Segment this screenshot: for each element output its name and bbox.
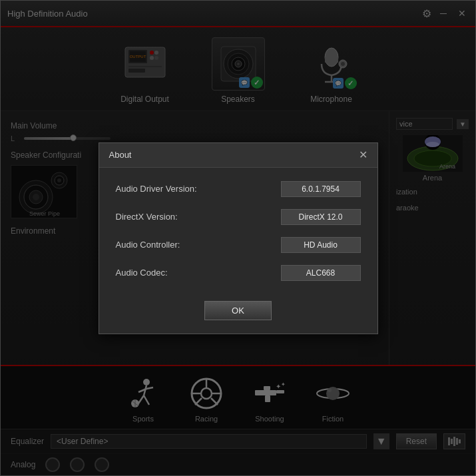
audio-controller-value: HD Audio	[281, 237, 361, 253]
dialog-row-driver: Audio Driver Version: 6.0.1.7954	[116, 181, 361, 197]
audio-controller-label: Audio Controller:	[116, 240, 180, 250]
directx-version-label: DirectX Version:	[116, 212, 178, 222]
ok-button[interactable]: OK	[204, 301, 272, 320]
dialog-header: About ✕	[99, 143, 377, 168]
dialog-title: About	[109, 150, 132, 160]
about-dialog: About ✕ Audio Driver Version: 6.0.1.7954…	[99, 142, 378, 334]
audio-codec-label: Audio Codec:	[116, 268, 168, 278]
dialog-row-controller: Audio Controller: HD Audio	[116, 237, 361, 253]
driver-version-label: Audio Driver Version:	[116, 184, 197, 194]
dialog-row-codec: Audio Codec: ALC668	[116, 265, 361, 281]
audio-codec-value: ALC668	[281, 265, 361, 281]
main-window: High Definition Audio ⚙ ─ ✕ OUTPUT	[0, 0, 476, 476]
dialog-row-directx: DirectX Version: DirectX 12.0	[116, 209, 361, 225]
dialog-close-button[interactable]: ✕	[359, 150, 367, 160]
dialog-body: Audio Driver Version: 6.0.1.7954 DirectX…	[99, 168, 377, 294]
dialog-footer: OK	[99, 294, 377, 334]
directx-version-value: DirectX 12.0	[281, 209, 361, 225]
driver-version-value: 6.0.1.7954	[281, 181, 361, 197]
dialog-overlay: About ✕ Audio Driver Version: 6.0.1.7954…	[1, 1, 475, 475]
